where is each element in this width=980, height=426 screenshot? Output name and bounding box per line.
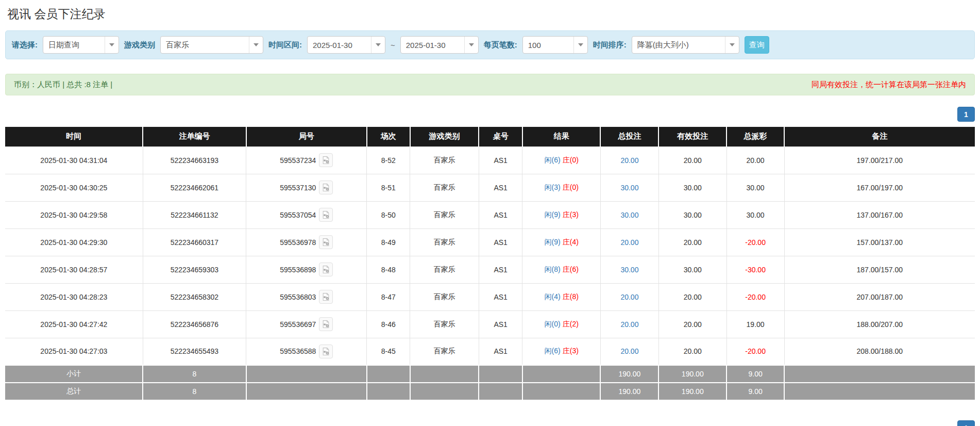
page-size-value: 100 bbox=[523, 41, 573, 50]
cell-result: 闲(9)庄(4) bbox=[522, 228, 601, 256]
header-time: 时间 bbox=[5, 127, 143, 146]
game-type-select[interactable]: 百家乐 bbox=[160, 36, 263, 54]
video-replay-button[interactable] bbox=[319, 235, 333, 249]
cell-valid-bet: 20.00 bbox=[658, 146, 726, 174]
cell-payout: -20.00 bbox=[726, 338, 784, 365]
round-id-text: 595536697 bbox=[280, 320, 316, 329]
cell-bet-id: 522234662061 bbox=[143, 174, 246, 201]
cell-table-no: AS1 bbox=[479, 283, 522, 310]
header-total-bet: 总投注 bbox=[600, 127, 658, 146]
total-bet-link[interactable]: 20.00 bbox=[620, 156, 638, 165]
total-bet-link[interactable]: 30.00 bbox=[620, 266, 638, 274]
result-banker: 庄(3) bbox=[563, 210, 579, 219]
query-button[interactable]: 查询 bbox=[745, 36, 769, 54]
cell-remark: 197.00/217.00 bbox=[784, 146, 975, 174]
header-result: 结果 bbox=[522, 127, 601, 146]
result-player: 闲(3) bbox=[545, 183, 561, 191]
page-1-button-bottom[interactable]: 1 bbox=[957, 420, 975, 426]
cell-session: 8-49 bbox=[367, 228, 410, 256]
cell-remark: 167.00/197.00 bbox=[784, 174, 975, 201]
cell-round-id: 595536978 bbox=[246, 228, 367, 256]
cell-total-bet: 30.00 bbox=[600, 201, 658, 228]
video-replay-button[interactable] bbox=[319, 345, 333, 358]
total-bet-link[interactable]: 20.00 bbox=[620, 293, 638, 301]
cell-payout: -20.00 bbox=[726, 228, 784, 256]
cell-game-type: 百家乐 bbox=[410, 310, 479, 338]
cell-table-no: AS1 bbox=[479, 338, 522, 365]
result-banker: 庄(0) bbox=[563, 183, 579, 191]
cell-valid-bet: 20.00 bbox=[658, 310, 726, 338]
page-1-button[interactable]: 1 bbox=[957, 107, 975, 122]
summary-empty bbox=[246, 365, 367, 383]
cell-game-type: 百家乐 bbox=[410, 174, 479, 201]
cell-time: 2025-01-30 04:27:03 bbox=[5, 338, 143, 365]
video-replay-button[interactable] bbox=[319, 290, 333, 304]
cell-result: 闲(8)庄(6) bbox=[522, 256, 601, 283]
query-type-select[interactable]: 日期查询 bbox=[43, 36, 119, 54]
summary-payout: 9.00 bbox=[726, 365, 784, 383]
cell-session: 8-47 bbox=[367, 283, 410, 310]
chevron-down-icon bbox=[105, 37, 119, 53]
cell-remark: 157.00/137.00 bbox=[784, 228, 975, 256]
cell-session: 8-45 bbox=[367, 338, 410, 365]
chevron-down-icon bbox=[464, 37, 478, 53]
currency-summary-text: 币别：人民币 | 总共 :8 注单 | bbox=[14, 80, 112, 90]
video-replay-button[interactable] bbox=[319, 317, 333, 331]
pagination-top: 1 bbox=[5, 107, 975, 122]
cell-bet-id: 522234660317 bbox=[143, 228, 246, 256]
total-bet-link[interactable]: 20.00 bbox=[620, 238, 638, 247]
table-summary-row: 小计 8 190.00 190.00 9.00 bbox=[5, 365, 975, 383]
date-to-select[interactable]: 2025-01-30 bbox=[400, 36, 479, 54]
header-valid-bet: 有效投注 bbox=[658, 127, 726, 146]
page-size-label: 每页笔数: bbox=[484, 40, 517, 50]
cell-total-bet: 20.00 bbox=[600, 283, 658, 310]
valid-bet-notice-text: 同局有效投注，统一计算在该局第一张注单内 bbox=[812, 80, 966, 90]
date-from-value: 2025-01-30 bbox=[308, 41, 371, 50]
summary-label: 总计 bbox=[5, 383, 143, 400]
cell-payout: 19.00 bbox=[726, 310, 784, 338]
cell-valid-bet: 20.00 bbox=[658, 228, 726, 256]
video-replay-button[interactable] bbox=[319, 181, 333, 194]
header-bet-id: 注单编号 bbox=[143, 127, 246, 146]
cell-bet-id: 522234655493 bbox=[143, 338, 246, 365]
video-replay-button[interactable] bbox=[319, 208, 333, 222]
cell-remark: 187.00/157.00 bbox=[784, 256, 975, 283]
result-player: 闲(0) bbox=[545, 320, 561, 328]
date-to-value: 2025-01-30 bbox=[401, 41, 464, 50]
sort-select[interactable]: 降冪(由大到小) bbox=[632, 36, 739, 54]
summary-valid-bet: 190.00 bbox=[658, 365, 726, 383]
cell-round-id: 595536697 bbox=[246, 310, 367, 338]
cell-round-id: 595536898 bbox=[246, 256, 367, 283]
video-icon bbox=[322, 210, 330, 219]
total-bet-link[interactable]: 30.00 bbox=[620, 211, 638, 219]
total-bet-link[interactable]: 30.00 bbox=[620, 184, 638, 192]
cell-table-no: AS1 bbox=[479, 146, 522, 174]
sort-value: 降冪(由大到小) bbox=[632, 40, 725, 50]
cell-time: 2025-01-30 04:28:57 bbox=[5, 256, 143, 283]
video-replay-button[interactable] bbox=[319, 153, 333, 167]
summary-empty bbox=[784, 383, 975, 400]
date-from-select[interactable]: 2025-01-30 bbox=[307, 36, 385, 54]
cell-time: 2025-01-30 04:30:25 bbox=[5, 174, 143, 201]
result-banker: 庄(2) bbox=[563, 320, 579, 328]
summary-empty bbox=[479, 383, 522, 400]
table-summary-row: 总计 8 190.00 190.00 9.00 bbox=[5, 383, 975, 400]
page-size-select[interactable]: 100 bbox=[522, 36, 588, 54]
video-replay-button[interactable] bbox=[319, 263, 333, 276]
total-bet-link[interactable]: 20.00 bbox=[620, 347, 638, 355]
cell-result: 闲(3)庄(0) bbox=[522, 174, 601, 201]
game-type-value: 百家乐 bbox=[161, 40, 249, 50]
summary-label: 小计 bbox=[5, 365, 143, 383]
header-remark: 备注 bbox=[784, 127, 975, 146]
summary-count: 8 bbox=[143, 365, 246, 383]
cell-time: 2025-01-30 04:28:23 bbox=[5, 283, 143, 310]
cell-valid-bet: 30.00 bbox=[658, 174, 726, 201]
video-icon bbox=[322, 347, 330, 356]
total-bet-link[interactable]: 20.00 bbox=[620, 320, 638, 329]
table-row: 2025-01-30 04:29:30 522234660317 5955369… bbox=[5, 228, 975, 256]
cell-result: 闲(4)庄(8) bbox=[522, 283, 601, 310]
cell-round-id: 595536803 bbox=[246, 283, 367, 310]
cell-bet-id: 522234663193 bbox=[143, 146, 246, 174]
query-type-value: 日期查询 bbox=[43, 40, 105, 50]
bet-records-table: 时间 注单编号 局号 场次 游戏类别 桌号 结果 总投注 有效投注 总派彩 备注… bbox=[5, 127, 975, 401]
